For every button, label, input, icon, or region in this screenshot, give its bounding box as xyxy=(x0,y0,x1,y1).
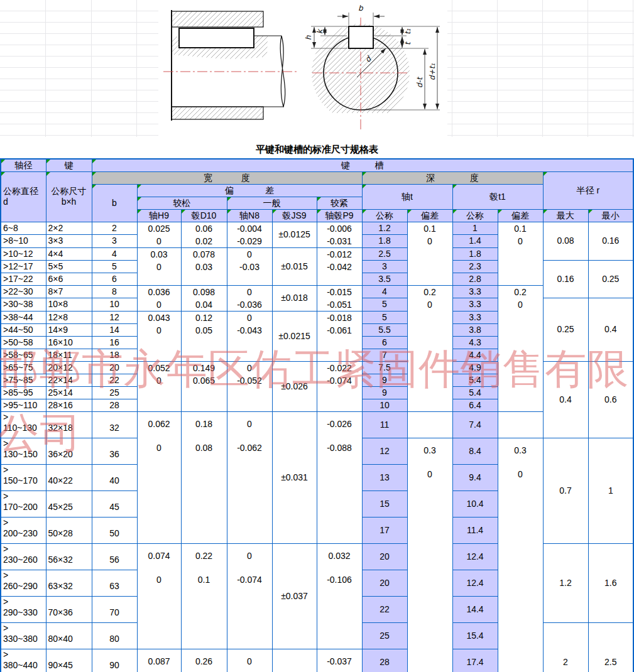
cell-key-size[interactable]: 6×6 xyxy=(46,273,92,285)
cell-radius-max[interactable]: 0.16 xyxy=(543,260,588,298)
cell-b[interactable]: 18 xyxy=(92,349,137,361)
cell-diameter-range[interactable]: > 110~130 xyxy=(1,411,46,438)
cell-radius-max[interactable]: 0.08 xyxy=(543,222,588,260)
cell-shaft-n8-group[interactable]: -0.004-0.029 xyxy=(227,222,272,247)
cell-diameter-range[interactable]: >65~75 xyxy=(1,361,46,374)
header-radius-max[interactable]: 最大 xyxy=(543,209,588,222)
cell-hub-js9-group[interactable]: ±0.018 xyxy=(272,285,317,311)
cell-hub-d10-group[interactable]: 0.120.05 xyxy=(181,311,227,361)
cell-diameter-range[interactable]: >44~50 xyxy=(1,323,46,336)
cell-key-size[interactable]: 63×32 xyxy=(46,570,92,596)
header-keyway[interactable]: 键槽 xyxy=(92,159,633,171)
cell-shaft-h9-group[interactable]: 0.0430 xyxy=(137,311,181,361)
cell-t-nominal[interactable]: 6 xyxy=(362,336,407,349)
cell-key-size[interactable]: 4×4 xyxy=(46,247,92,260)
cell-t1-nominal[interactable]: 9.4 xyxy=(452,464,498,490)
cell-b[interactable]: 12 xyxy=(92,311,137,323)
cell-key-size[interactable]: 2×2 xyxy=(46,222,92,235)
cell-hub-js9-group[interactable]: ±0.0135 xyxy=(272,649,317,672)
cell-key-size[interactable]: 90×45 xyxy=(46,649,92,672)
cell-shaft-hub-p9-group[interactable]: 0.032-0.106 xyxy=(317,543,362,649)
cell-t1-nominal[interactable]: 17.4 xyxy=(452,649,498,672)
cell-t-nominal[interactable]: 3.5 xyxy=(362,273,407,285)
cell-key-size[interactable]: 50×28 xyxy=(46,517,92,543)
cell-diameter-range[interactable]: >10~12 xyxy=(1,247,46,260)
cell-radius-min[interactable]: 0.16 xyxy=(588,222,633,260)
cell-t-nominal[interactable]: 20 xyxy=(362,543,407,570)
cell-diameter-range[interactable]: > 170~200 xyxy=(1,490,46,517)
cell-key-size[interactable]: 70×36 xyxy=(46,596,92,622)
cell-t-nominal[interactable]: 11 xyxy=(362,411,407,438)
cell-t1-nominal[interactable]: 4.3 xyxy=(452,336,498,349)
cell-t-nominal[interactable]: 20 xyxy=(362,570,407,596)
cell-radius-max[interactable]: 2 xyxy=(543,622,588,672)
cell-shaft-h9-group[interactable]: 0.0870 xyxy=(137,649,181,672)
header-shaft-t[interactable]: 轴t xyxy=(362,184,452,209)
cell-key-size[interactable]: 80×40 xyxy=(46,622,92,649)
cell-t1-nominal[interactable]: 2.8 xyxy=(452,273,498,285)
cell-shaft-n8-group[interactable]: 0-0.087 xyxy=(227,649,272,672)
cell-b[interactable]: 10 xyxy=(92,298,137,311)
cell-t1-deviation-group[interactable]: 0.10 xyxy=(498,222,543,285)
cell-t1-nominal[interactable]: 3.3 xyxy=(452,311,498,323)
cell-shaft-n8-group[interactable]: 0-0.062 xyxy=(227,411,272,543)
header-hub-t1[interactable]: 毂t1 xyxy=(452,184,543,209)
cell-shaft-h9-group[interactable]: 0.0250 xyxy=(137,222,181,247)
cell-diameter-range[interactable]: >17~22 xyxy=(1,273,46,285)
cell-t1-nominal[interactable]: 1.4 xyxy=(452,235,498,248)
cell-radius-min[interactable]: 1 xyxy=(588,438,633,543)
cell-t1-nominal[interactable]: 6.4 xyxy=(452,399,498,411)
cell-t-deviation-group[interactable]: 0.10 xyxy=(407,222,452,285)
cell-radius-min[interactable]: 0.6 xyxy=(588,361,633,438)
cell-radius-min[interactable]: 1.6 xyxy=(588,543,633,622)
cell-radius-min[interactable]: 2.5 xyxy=(588,622,633,672)
cell-diameter-range[interactable]: >12~17 xyxy=(1,260,46,273)
cell-diameter-range[interactable]: >95~110 xyxy=(1,399,46,411)
cell-b[interactable]: 32 xyxy=(92,411,137,438)
cell-key-size[interactable]: 25×14 xyxy=(46,386,92,399)
cell-hub-js9-group[interactable]: ±0.015 xyxy=(272,247,317,285)
header-fit-tight[interactable]: 较紧 xyxy=(317,197,362,209)
cell-diameter-range[interactable]: > 230~260 xyxy=(1,543,46,570)
cell-t-nominal[interactable]: 5 xyxy=(362,298,407,311)
cell-b[interactable]: 90 xyxy=(92,649,137,672)
cell-key-size[interactable]: 56×32 xyxy=(46,543,92,570)
header-radius-r[interactable]: 半径 r xyxy=(543,171,633,209)
cell-t-nominal[interactable]: 7.5 xyxy=(362,361,407,374)
cell-shaft-hub-p9-group[interactable]: -0.006-0.031 xyxy=(317,222,362,247)
header-width[interactable]: 宽度 xyxy=(92,171,362,184)
cell-hub-d10-group[interactable]: 0.220.1 xyxy=(181,543,227,649)
cell-diameter-range[interactable]: >58~65 xyxy=(1,349,46,361)
cell-t-deviation-group[interactable] xyxy=(407,411,452,438)
header-nominal-size-bxh[interactable]: 公称尺寸 b×h xyxy=(46,171,92,222)
cell-t1-nominal[interactable]: 3.3 xyxy=(452,298,498,311)
cell-b[interactable]: 20 xyxy=(92,361,137,374)
cell-diameter-range[interactable]: >85~95 xyxy=(1,386,46,399)
cell-diameter-range[interactable]: >22~30 xyxy=(1,285,46,298)
cell-shaft-hub-p9-group[interactable]: -0.026-0.088 xyxy=(317,411,362,543)
header-shaft-h9[interactable]: 轴H9 xyxy=(137,209,181,222)
cell-t-nominal[interactable]: 4 xyxy=(362,285,407,298)
cell-b[interactable]: 8 xyxy=(92,285,137,298)
cell-diameter-range[interactable]: >8~10 xyxy=(1,235,46,248)
cell-b[interactable]: 3 xyxy=(92,235,137,248)
cell-diameter-range[interactable]: > 130~150 xyxy=(1,438,46,464)
cell-t-nominal[interactable]: 2.5 xyxy=(362,247,407,260)
cell-b[interactable]: 16 xyxy=(92,336,137,349)
cell-t1-nominal[interactable]: 4.9 xyxy=(452,361,498,374)
header-t1-deviation[interactable]: 偏差 xyxy=(498,209,543,222)
cell-shaft-hub-p9-group[interactable]: -0.015-0.051 xyxy=(317,285,362,311)
cell-key-size[interactable]: 20×12 xyxy=(46,361,92,374)
cell-radius-max[interactable]: 1.2 xyxy=(543,543,588,622)
cell-key-size[interactable]: 3×3 xyxy=(46,235,92,248)
cell-b[interactable]: 70 xyxy=(92,596,137,622)
cell-t1-nominal[interactable]: 4.4 xyxy=(452,349,498,361)
cell-diameter-range[interactable]: > 150~170 xyxy=(1,464,46,490)
header-fit-normal[interactable]: 一般 xyxy=(227,197,317,209)
cell-shaft-hub-p9-group[interactable]: -0.022-0.074 xyxy=(317,361,362,411)
cell-b[interactable]: 63 xyxy=(92,570,137,596)
cell-b[interactable]: 5 xyxy=(92,260,137,273)
cell-shaft-h9-group[interactable]: 0.030 xyxy=(137,247,181,285)
header-b[interactable]: b xyxy=(92,184,137,222)
cell-b[interactable]: 2 xyxy=(92,222,137,235)
